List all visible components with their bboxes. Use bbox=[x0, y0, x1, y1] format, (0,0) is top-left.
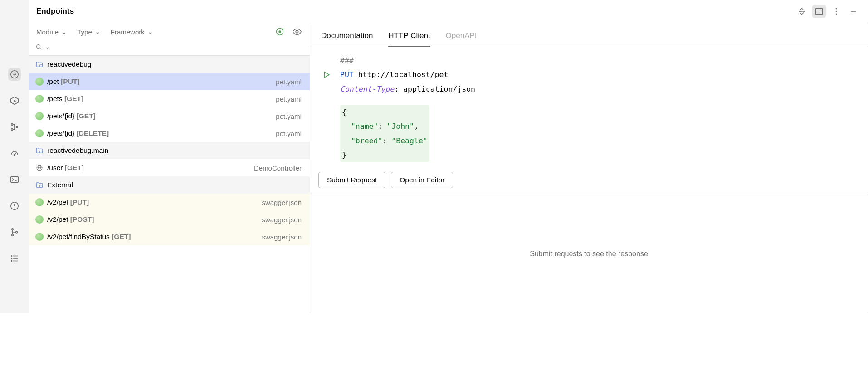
svg-point-3 bbox=[11, 124, 13, 126]
endpoint-method: [GET] bbox=[112, 233, 131, 240]
json-comma: , bbox=[414, 122, 419, 131]
svg-point-14 bbox=[11, 261, 12, 262]
submit-request-button[interactable]: Submit Request bbox=[318, 172, 385, 188]
git-icon[interactable] bbox=[8, 226, 21, 239]
todo-icon[interactable] bbox=[8, 252, 21, 265]
endpoint-path: /user bbox=[47, 164, 63, 171]
svg-point-22 bbox=[37, 44, 40, 48]
endpoint-method: [GET] bbox=[65, 164, 84, 171]
svg-marker-27 bbox=[325, 72, 330, 78]
services-icon[interactable] bbox=[8, 94, 21, 107]
tree-group: reactivedebug bbox=[29, 56, 310, 73]
json-key-name: "name" bbox=[351, 122, 378, 131]
svg-point-11 bbox=[16, 231, 18, 233]
endpoints-tool-icon[interactable] bbox=[8, 68, 21, 81]
run-gutter-icon[interactable] bbox=[320, 71, 333, 79]
chevron-down-icon: ⌄ bbox=[95, 28, 101, 36]
endpoint-method: [POST] bbox=[70, 215, 94, 223]
folder-icon bbox=[35, 146, 44, 155]
request-separator: ### bbox=[340, 54, 354, 68]
endpoint-row[interactable]: /pets [GET]pet.yaml bbox=[29, 90, 310, 107]
tool-window-rail bbox=[0, 0, 29, 313]
split-view-icon[interactable] bbox=[812, 5, 826, 18]
detail-tabs: DocumentationHTTP ClientOpenAPI bbox=[310, 23, 868, 47]
globe-icon bbox=[35, 164, 44, 172]
svg-rect-23 bbox=[40, 65, 42, 67]
svg-rect-7 bbox=[11, 177, 19, 183]
terminal-icon[interactable] bbox=[8, 173, 21, 186]
group-label: reactivedebug.main bbox=[47, 146, 108, 155]
http-url[interactable]: http://localhost/pet bbox=[358, 70, 449, 79]
svg-point-13 bbox=[11, 258, 12, 259]
tab-documentation[interactable]: Documentation bbox=[321, 29, 373, 47]
endpoint-method: [PUT] bbox=[61, 78, 79, 85]
tree-group: reactivedebug.main bbox=[29, 142, 310, 159]
endpoint-row[interactable]: /pets/{id} [GET]pet.yaml bbox=[29, 107, 310, 125]
expand-icon[interactable] bbox=[795, 5, 809, 18]
svg-point-18 bbox=[836, 14, 837, 15]
group-label: reactivedebug bbox=[47, 60, 91, 68]
http-verb: PUT bbox=[340, 70, 354, 79]
endpoint-method: [GET] bbox=[77, 112, 96, 120]
endpoint-source: pet.yaml bbox=[276, 95, 302, 103]
svg-point-5 bbox=[16, 126, 18, 128]
svg-point-21 bbox=[296, 30, 298, 33]
endpoint-source: pet.yaml bbox=[276, 78, 302, 86]
endpoint-icon bbox=[35, 95, 44, 103]
endpoint-icon bbox=[35, 233, 44, 241]
refresh-target-icon[interactable] bbox=[274, 26, 285, 37]
json-open: { bbox=[342, 108, 346, 117]
open-in-editor-button[interactable]: Open in Editor bbox=[391, 172, 453, 188]
profiler-icon[interactable] bbox=[8, 147, 21, 160]
endpoint-path: /pets/{id} bbox=[47, 112, 74, 120]
search-icon bbox=[35, 44, 43, 51]
endpoint-source: swagger.json bbox=[262, 233, 302, 241]
svg-marker-2 bbox=[14, 100, 16, 102]
endpoints-tree: reactivedebug/pet [PUT]pet.yaml/pets [GE… bbox=[29, 56, 310, 313]
endpoint-source: swagger.json bbox=[262, 216, 302, 224]
endpoint-method: [DELETE] bbox=[77, 129, 109, 137]
group-label: External bbox=[47, 181, 73, 189]
tab-http-client[interactable]: HTTP Client bbox=[388, 29, 430, 47]
problems-icon[interactable] bbox=[8, 200, 21, 212]
search-chevron-icon[interactable]: ⌄ bbox=[45, 44, 49, 50]
minimize-icon[interactable] bbox=[847, 5, 860, 18]
header-colon: : bbox=[394, 85, 399, 93]
tree-group: External bbox=[29, 176, 310, 194]
module-filter[interactable]: Module⌄ bbox=[36, 28, 67, 36]
endpoint-icon bbox=[35, 129, 44, 137]
endpoint-row[interactable]: /v2/pet [PUT]swagger.json bbox=[29, 194, 310, 211]
eye-icon[interactable] bbox=[292, 26, 302, 37]
svg-point-12 bbox=[11, 256, 12, 257]
type-filter[interactable]: Type⌄ bbox=[77, 28, 101, 36]
endpoint-source: DemoController bbox=[254, 164, 302, 172]
search-input[interactable] bbox=[52, 43, 303, 51]
endpoint-row[interactable]: /pet [PUT]pet.yaml bbox=[29, 73, 310, 90]
svg-point-10 bbox=[12, 234, 14, 236]
type-filter-label: Type bbox=[77, 28, 92, 36]
endpoint-row[interactable]: /pets/{id} [DELETE]pet.yaml bbox=[29, 125, 310, 142]
svg-point-9 bbox=[12, 229, 14, 230]
endpoint-path: /pets bbox=[47, 95, 63, 102]
chevron-down-icon: ⌄ bbox=[147, 28, 153, 36]
endpoint-method: [GET] bbox=[64, 95, 83, 102]
panel-header: Endpoints bbox=[29, 0, 868, 23]
folder-icon bbox=[35, 60, 44, 68]
svg-rect-24 bbox=[40, 151, 42, 153]
endpoint-row[interactable]: /user [GET]DemoController bbox=[29, 159, 310, 176]
endpoint-path: /pet bbox=[47, 78, 59, 85]
framework-filter[interactable]: Framework⌄ bbox=[111, 28, 153, 36]
chevron-down-icon: ⌄ bbox=[61, 28, 67, 36]
more-icon[interactable] bbox=[829, 5, 843, 18]
endpoint-icon bbox=[35, 215, 44, 224]
endpoint-path: /v2/pet bbox=[47, 215, 68, 223]
endpoint-row[interactable]: /v2/pet/findByStatus [GET]swagger.json bbox=[29, 228, 310, 245]
module-filter-label: Module bbox=[36, 28, 59, 36]
endpoint-icon bbox=[35, 198, 44, 206]
structure-icon[interactable] bbox=[8, 121, 21, 133]
http-editor[interactable]: ### PUT http://localhost/pet bbox=[310, 47, 868, 166]
json-val-breed: "Beagle" bbox=[391, 136, 427, 145]
endpoint-row[interactable]: /v2/pet [POST]swagger.json bbox=[29, 211, 310, 228]
header-name: Content-Type bbox=[340, 85, 394, 93]
search-row: ⌄ bbox=[29, 40, 310, 56]
